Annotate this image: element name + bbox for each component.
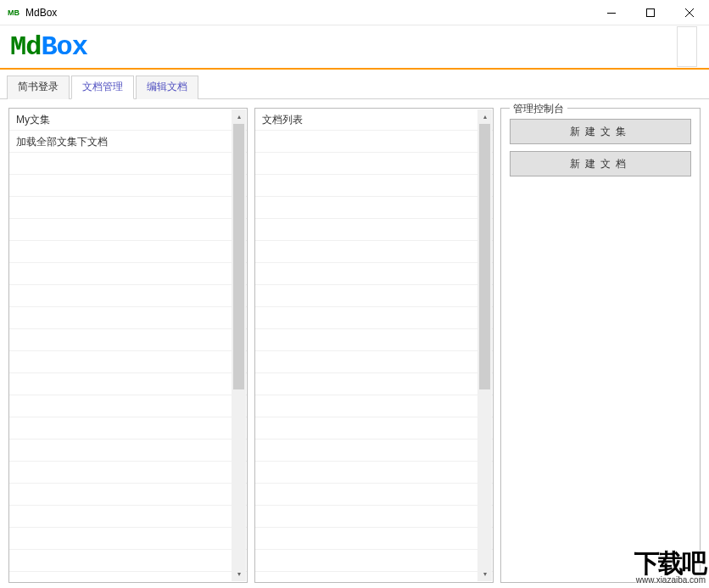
list-background-lines <box>9 109 247 582</box>
document-list-panel: 文档列表 ▴ ▾ <box>254 108 494 583</box>
scrollbar[interactable]: ▴ ▾ <box>232 109 246 581</box>
document-list[interactable]: 文档列表 <box>255 109 493 582</box>
scroll-thumb[interactable] <box>479 124 490 389</box>
tab-jianshu-login[interactable]: 简书登录 <box>7 76 70 99</box>
scroll-track[interactable] <box>232 124 246 567</box>
logo-part1: Md <box>10 31 41 63</box>
app-header: MdBox <box>0 25 709 68</box>
scroll-thumb[interactable] <box>233 124 244 389</box>
logo-part2: Box <box>41 31 87 63</box>
list-item[interactable]: 加载全部文集下文档 <box>9 131 247 153</box>
control-panel: 管理控制台 新建文集 新建文档 <box>500 108 701 583</box>
list-item[interactable]: My文集 <box>9 109 247 131</box>
control-panel-title: 管理控制台 <box>510 102 567 116</box>
header-side-box <box>677 26 697 67</box>
maximize-button[interactable] <box>631 0 670 25</box>
collection-list[interactable]: My文集 加载全部文集下文档 <box>9 109 247 582</box>
scroll-up-icon[interactable]: ▴ <box>477 109 492 124</box>
window-titlebar: MB MdBox <box>0 0 709 25</box>
tab-doc-manage[interactable]: 文档管理 <box>71 76 134 99</box>
scrollbar[interactable]: ▴ ▾ <box>477 109 492 581</box>
list-background-lines <box>255 109 493 582</box>
tab-bar: 简书登录 文档管理 编辑文档 <box>0 71 709 99</box>
svg-rect-1 <box>647 9 655 17</box>
close-icon <box>685 8 694 17</box>
app-logo: MdBox <box>10 31 87 63</box>
new-collection-button[interactable]: 新建文集 <box>510 119 691 144</box>
window-controls <box>592 0 709 25</box>
collection-list-panel: My文集 加载全部文集下文档 ▴ ▾ <box>8 108 248 583</box>
close-button[interactable] <box>670 0 709 25</box>
scroll-up-icon[interactable]: ▴ <box>232 109 246 124</box>
minimize-icon <box>607 13 616 14</box>
new-document-button[interactable]: 新建文档 <box>510 151 691 176</box>
scroll-track[interactable] <box>477 124 492 567</box>
scroll-down-icon[interactable]: ▾ <box>477 567 492 581</box>
minimize-button[interactable] <box>592 0 631 25</box>
main-content: My文集 加载全部文集下文档 ▴ ▾ 文档列表 ▴ ▾ 管理控制台 新建文集 新… <box>0 99 709 588</box>
svg-rect-0 <box>607 13 616 14</box>
list-item[interactable]: 文档列表 <box>255 109 493 131</box>
app-icon: MB <box>7 6 20 20</box>
tab-edit-doc[interactable]: 编辑文档 <box>136 76 198 99</box>
accent-divider <box>0 68 709 70</box>
scroll-down-icon[interactable]: ▾ <box>232 567 246 581</box>
window-title: MdBox <box>25 7 592 19</box>
maximize-icon <box>646 8 655 17</box>
